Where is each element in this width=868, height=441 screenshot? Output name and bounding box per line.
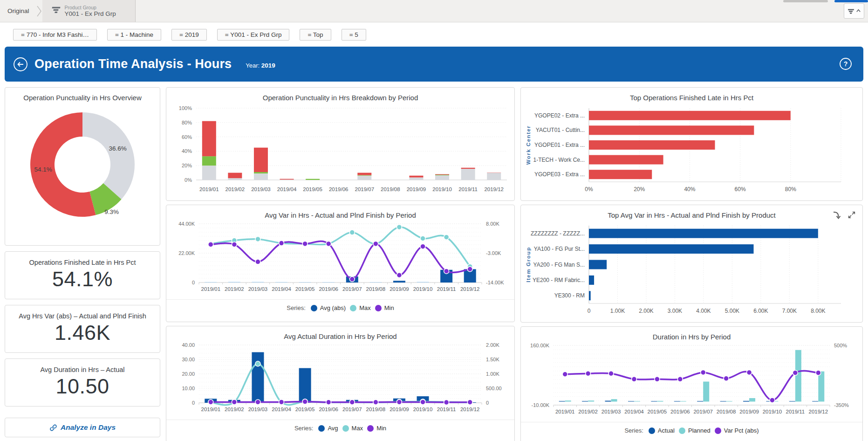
svg-text:2019/10: 2019/10 [432,186,452,192]
chevron-up-icon [856,8,861,14]
expand-icon[interactable] [847,211,856,219]
filter-chip-year[interactable]: = 2019 [171,29,207,41]
drill-down-icon[interactable] [832,211,841,220]
legend-dot [342,425,349,432]
kpi-value: 1.46K [5,321,160,345]
svg-text:8.00K: 8.00K [486,221,499,227]
svg-text:YGOPE02 - Extra ...: YGOPE02 - Extra ... [534,112,585,119]
svg-text:500.00: 500.00 [486,386,502,391]
filter-chip-machine[interactable]: = 1 - Machine [107,29,161,41]
svg-text:44.00K: 44.00K [178,221,195,227]
svg-text:8.00K: 8.00K [811,308,825,314]
svg-text:2019/12: 2019/12 [460,407,480,412]
kpi-value: 10.50 [5,374,160,399]
legend-label: Var Pct (abs) [724,427,759,434]
svg-text:2019/12: 2019/12 [460,286,480,292]
svg-text:20%: 20% [182,163,192,168]
legend-dot [350,305,356,311]
svg-text:2019/05: 2019/05 [648,409,667,414]
svg-text:100%: 100% [179,105,192,111]
svg-text:YGOPE03 - Extra ...: YGOPE03 - Extra ... [534,171,585,178]
svg-text:10.00: 10.00 [182,386,195,391]
svg-text:2019/07: 2019/07 [342,407,362,412]
chart-title: Operation Punctuality in Hrs Breakdown b… [166,88,514,102]
legend-series-label: Series: [294,425,313,432]
page-title: Operation Time Analysis - Hours [34,57,232,71]
svg-text:36.6%: 36.6% [109,145,127,152]
donut-chart[interactable]: 36.6%9.3%54.1% [5,102,160,241]
legend-item-min[interactable]: Min [375,304,394,311]
svg-text:1-TECH - Work Ce...: 1-TECH - Work Ce... [533,157,585,163]
breadcrumb-original[interactable]: Original [0,0,36,22]
svg-text:2019/09: 2019/09 [390,407,409,412]
svg-text:?: ? [844,60,848,68]
svg-text:2019/02: 2019/02 [225,407,244,412]
svg-text:30.00: 30.00 [182,357,195,362]
hbar-chart-work-center[interactable]: 0%20%40%60%80%YGOPE02 - Extra ...YACUT01… [521,102,862,198]
svg-text:0%: 0% [185,177,192,183]
breadcrumb-tab-value: Y001 - Ex Prd Grp [65,10,116,17]
svg-text:9.3%: 9.3% [104,208,119,215]
svg-text:2019/10: 2019/10 [413,407,433,412]
svg-text:2.00K: 2.00K [486,342,499,348]
filter-collapse-button[interactable] [844,3,864,19]
kpi-label: Avg Duration in Hrs – Actual [5,359,160,373]
legend-item-avg-abs-[interactable]: Avg (abs) [311,304,346,311]
svg-text:2019/03: 2019/03 [248,286,268,292]
legend-item-planned[interactable]: Planned [679,427,711,434]
combo-chart-avg-var[interactable]: 022.00K44.00K-14.00K-3.00K8.00K2019/0120… [166,219,514,296]
svg-text:2019/06: 2019/06 [670,409,690,414]
card-avg-var-by-period: Avg Var in Hrs - Actual and Plnd Finish … [166,205,515,322]
filter-chip-product-group[interactable]: = Y001 - Ex Prd Grp [217,29,290,41]
filter-chip-count[interactable]: = 5 [342,29,366,41]
svg-text:YA200 - FG Man S...: YA200 - FG Man S... [533,262,585,268]
legend-label: Min [384,304,394,311]
legend-item-min[interactable]: Min [367,425,386,432]
legend-item-max[interactable]: Max [342,425,363,432]
legend-label: Min [376,425,386,432]
legend-item-avg[interactable]: Avg [318,425,338,432]
filter-chip-facility[interactable]: = 770 - Infor M3 Fashi… [13,29,97,41]
legend-item-actual[interactable]: Actual [649,427,675,434]
kpi-value: 54.1% [5,267,160,291]
svg-text:YE300 - RM: YE300 - RM [554,292,585,299]
svg-text:2019/04: 2019/04 [272,286,291,292]
filter-bar: = 770 - Infor M3 Fashi… = 1 - Machine = … [0,22,868,47]
svg-text:2.00K: 2.00K [639,308,653,314]
kpi-card-avg-hrs-var: Avg Hrs Var (abs) – Actual and Plnd Fini… [5,305,160,353]
legend-item-var-pct-abs-[interactable]: Var Pct (abs) [715,427,759,434]
analyze-in-days-link[interactable]: Analyze in Days [5,418,160,437]
help-button[interactable]: ? [839,57,852,70]
back-button[interactable] [13,57,28,72]
hbar-chart-item-group[interactable]: 01.00K2.00K3.00K4.00K5.00K6.00K7.00K8.00… [521,219,862,319]
svg-text:22.00K: 22.00K [178,250,195,256]
svg-text:3.00K: 3.00K [668,308,682,314]
svg-text:2019/09: 2019/09 [739,409,759,414]
svg-text:2019/06: 2019/06 [319,286,338,292]
svg-text:40.00: 40.00 [182,342,195,348]
svg-text:Item Group: Item Group [526,247,531,282]
svg-text:-10.00K: -10.00K [531,402,549,408]
svg-text:2019/06: 2019/06 [319,407,338,412]
breadcrumb-bar: Original Product Group Y001 - Ex Prd Grp [0,0,868,22]
svg-text:2019/03: 2019/03 [251,186,271,192]
svg-text:6.00K: 6.00K [753,308,768,314]
top-scroll-indicator-active [834,0,868,2]
combo-chart-duration[interactable]: -10.00K160.00K-350%500%2019/012019/02201… [521,341,862,419]
legend-item-max[interactable]: Max [350,304,371,311]
svg-text:0: 0 [588,308,591,314]
breadcrumb-tab-product-group[interactable]: Product Group Y001 - Ex Prd Grp [42,0,136,22]
svg-text:2019/08: 2019/08 [366,286,386,292]
kpi-card-avg-duration: Avg Duration in Hrs – Actual 10.50 [5,358,160,407]
legend-dot [367,425,374,432]
card-top-operations-late: Top Operations Finished Late in Hrs Pct … [520,87,863,201]
svg-text:2019/02: 2019/02 [226,186,245,192]
stacked-bar-chart[interactable]: 0%20%40%60%80%100%2019/012019/022019/032… [166,102,514,197]
year-label: Year: [246,62,260,69]
combo-chart-avg-duration[interactable]: 010.0020.0030.0040.000500.001.00K1.50K2.… [166,340,514,417]
filter-chip-top[interactable]: = Top [300,29,331,41]
card-duration-by-period: Duration in Hrs by Period -10.00K160.00K… [520,326,863,441]
column-left: Operation Punctuality in Hrs Overview 36… [5,87,160,437]
funnel-icon [847,7,855,15]
funnel-icon [51,5,61,17]
